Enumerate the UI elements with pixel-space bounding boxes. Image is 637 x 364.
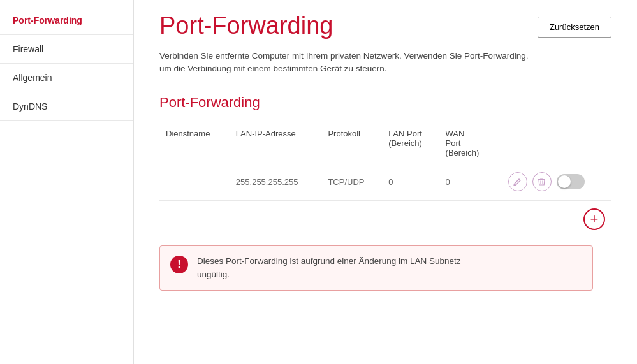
col-header-lan-ip: LAN-IP-Adresse bbox=[230, 124, 322, 163]
sidebar-item-allgemein[interactable]: Allgemein bbox=[0, 64, 133, 92]
warning-icon: ! bbox=[170, 256, 188, 273]
svg-rect-0 bbox=[538, 179, 545, 180]
warning-box: ! Dieses Port-Forwarding ist aufgrund ei… bbox=[159, 245, 593, 291]
cell-lan-port: 0 bbox=[382, 163, 439, 201]
section-title: Port-Forwarding bbox=[159, 94, 611, 111]
add-icon: + bbox=[590, 212, 599, 226]
svg-rect-1 bbox=[540, 178, 543, 179]
sidebar-item-dyndns[interactable]: DynDNS bbox=[0, 92, 133, 121]
sidebar: Port-Forwarding Firewall Allgemein DynDN… bbox=[0, 0, 134, 364]
trash-icon bbox=[538, 177, 546, 186]
main-content: Port-Forwarding Zurücksetzen Verbinden S… bbox=[134, 0, 637, 364]
port-table: Dienstname LAN-IP-Adresse Protokoll LAN … bbox=[159, 124, 611, 201]
col-header-dienstname: Dienstname bbox=[159, 124, 230, 163]
col-header-lan-port: LAN Port(Bereich) bbox=[382, 124, 439, 163]
edit-icon bbox=[513, 178, 522, 186]
sidebar-item-firewall[interactable]: Firewall bbox=[0, 35, 133, 64]
col-header-wan-port: WANPort(Bereich) bbox=[439, 124, 502, 163]
col-header-actions bbox=[502, 124, 611, 163]
cell-protokoll: TCP/UDP bbox=[321, 163, 382, 201]
cell-actions bbox=[502, 163, 611, 201]
toggle-knob bbox=[558, 175, 571, 188]
table-row: 255.255.255.255 TCP/UDP 0 0 bbox=[159, 163, 611, 201]
sidebar-item-port-forwarding[interactable]: Port-Forwarding bbox=[0, 6, 133, 35]
header-row: Port-Forwarding Zurücksetzen bbox=[159, 13, 611, 40]
add-button[interactable]: + bbox=[583, 208, 605, 230]
warning-text: Dieses Port-Forwarding ist aufgrund eine… bbox=[197, 255, 460, 281]
page-title: Port-Forwarding bbox=[159, 13, 333, 40]
delete-button[interactable] bbox=[532, 172, 552, 191]
toggle-switch[interactable] bbox=[557, 174, 585, 189]
cell-dienstname bbox=[159, 163, 230, 201]
cell-wan-port: 0 bbox=[439, 163, 502, 201]
reset-button[interactable]: Zurücksetzen bbox=[538, 17, 611, 38]
edit-button[interactable] bbox=[508, 172, 527, 191]
cell-lan-ip: 255.255.255.255 bbox=[230, 163, 322, 201]
col-header-protokoll: Protokoll bbox=[321, 124, 382, 163]
description: Verbinden Sie entfernte Computer mit Ihr… bbox=[159, 50, 593, 76]
add-row: + bbox=[159, 201, 611, 233]
